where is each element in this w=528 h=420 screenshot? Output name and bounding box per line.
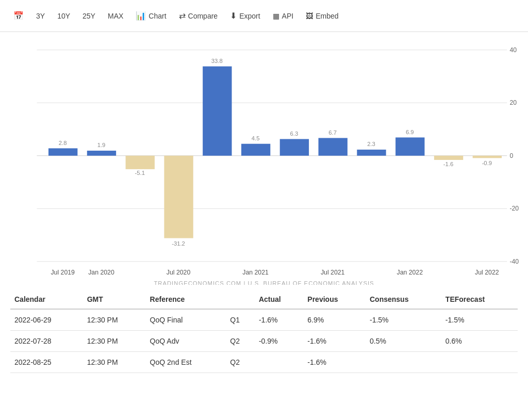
svg-text:Jan 2021: Jan 2021 bbox=[242, 269, 269, 276]
api-icon: ▦ bbox=[273, 12, 279, 20]
svg-text:0: 0 bbox=[509, 152, 513, 159]
table-cell-2-2: QoQ 2nd Est bbox=[146, 352, 226, 373]
table-cell-1-5: -1.6% bbox=[303, 331, 366, 352]
svg-text:33.8: 33.8 bbox=[211, 58, 223, 64]
svg-text:TRADINGECONOMICS.COM | U.S. BU: TRADINGECONOMICS.COM | U.S. BUREAU OF EC… bbox=[154, 280, 374, 285]
btn-embed[interactable]: 🖼 Embed bbox=[301, 9, 343, 23]
btn-10y-label: 10Y bbox=[57, 12, 70, 20]
svg-text:-0.9: -0.9 bbox=[482, 160, 492, 166]
bar-1 bbox=[48, 148, 77, 155]
table-cell-2-0: 2022-08-25 bbox=[10, 352, 83, 373]
svg-text:-31.2: -31.2 bbox=[172, 240, 185, 247]
btn-10y[interactable]: 10Y bbox=[52, 9, 75, 23]
bar-7 bbox=[280, 139, 309, 155]
btn-max[interactable]: MAX bbox=[103, 9, 128, 23]
svg-text:Jul 2021: Jul 2021 bbox=[321, 269, 345, 276]
bar-5 bbox=[203, 67, 232, 156]
table-cell-1-6: 0.5% bbox=[366, 331, 441, 352]
btn-api-label: API bbox=[282, 12, 294, 20]
btn-embed-label: Embed bbox=[316, 12, 338, 20]
btn-export[interactable]: ⬇ Export bbox=[225, 8, 265, 24]
table-cell-2-1: 12:30 PM bbox=[83, 352, 146, 373]
table-cell-0-5: 6.9% bbox=[303, 309, 366, 331]
btn-compare-label: Compare bbox=[188, 12, 218, 20]
bar-2 bbox=[87, 151, 116, 156]
calendar-button[interactable]: 📅 bbox=[8, 8, 29, 24]
svg-text:20: 20 bbox=[509, 99, 517, 106]
col-reference: Reference bbox=[146, 290, 226, 309]
svg-text:Jan 2020: Jan 2020 bbox=[88, 269, 114, 276]
svg-text:40: 40 bbox=[509, 46, 517, 54]
btn-25y[interactable]: 25Y bbox=[77, 9, 101, 23]
table-cell-0-4: -1.6% bbox=[255, 309, 303, 331]
table-cell-1-0: 2022-07-28 bbox=[10, 331, 83, 352]
table-header-row: Calendar GMT Reference Actual Previous C… bbox=[10, 290, 518, 309]
svg-text:-1.6: -1.6 bbox=[443, 161, 453, 167]
table-cell-0-1: 12:30 PM bbox=[83, 309, 146, 331]
svg-text:Jan 2022: Jan 2022 bbox=[397, 269, 423, 276]
bar-11 bbox=[434, 156, 463, 160]
table-container: Calendar GMT Reference Actual Previous C… bbox=[0, 285, 528, 383]
chart-icon: 📊 bbox=[136, 11, 146, 21]
btn-compare[interactable]: ⇄ Compare bbox=[174, 8, 223, 24]
table-row: 2022-08-2512:30 PMQoQ 2nd EstQ2-1.6% bbox=[10, 352, 518, 373]
svg-text:-5.1: -5.1 bbox=[135, 170, 145, 176]
btn-25y-label: 25Y bbox=[82, 12, 95, 20]
svg-text:Jul 2019: Jul 2019 bbox=[51, 269, 75, 276]
table-cell-1-7: 0.6% bbox=[441, 331, 518, 352]
table-row: 2022-06-2912:30 PMQoQ FinalQ1-1.6%6.9%-1… bbox=[10, 309, 518, 331]
btn-api[interactable]: ▦ API bbox=[268, 9, 299, 23]
svg-text:Jul 2020: Jul 2020 bbox=[167, 269, 191, 276]
col-actual: Actual bbox=[255, 290, 303, 309]
table-cell-0-7: -1.5% bbox=[441, 309, 518, 331]
svg-text:Jul 2022: Jul 2022 bbox=[475, 269, 499, 276]
bar-8 bbox=[319, 138, 348, 155]
export-icon: ⬇ bbox=[230, 11, 237, 21]
table-cell-2-5: -1.6% bbox=[303, 352, 366, 373]
svg-text:2.8: 2.8 bbox=[59, 140, 67, 146]
col-consensus: Consensus bbox=[366, 290, 441, 309]
table-cell-2-3: Q2 bbox=[226, 352, 255, 373]
toolbar: 📅 3Y 10Y 25Y MAX 📊 Chart ⇄ Compare ⬇ Exp… bbox=[0, 0, 528, 32]
col-gmt: GMT bbox=[83, 290, 146, 309]
svg-text:6.7: 6.7 bbox=[328, 130, 337, 136]
table-cell-1-1: 12:30 PM bbox=[83, 331, 146, 352]
col-teforecast: TEForecast bbox=[441, 290, 518, 309]
table-cell-1-2: QoQ Adv bbox=[146, 331, 226, 352]
table-row: 2022-07-2812:30 PMQoQ AdvQ2-0.9%-1.6%0.5… bbox=[10, 331, 518, 352]
bar-12 bbox=[473, 156, 502, 158]
bar-4 bbox=[164, 156, 193, 238]
table-body: 2022-06-2912:30 PMQoQ FinalQ1-1.6%6.9%-1… bbox=[10, 309, 518, 373]
svg-text:4.5: 4.5 bbox=[252, 135, 260, 141]
table-cell-2-7 bbox=[441, 352, 518, 373]
table-cell-1-4: -0.9% bbox=[255, 331, 303, 352]
btn-3y[interactable]: 3Y bbox=[31, 9, 50, 23]
compare-icon: ⇄ bbox=[179, 11, 186, 21]
table-cell-2-4 bbox=[255, 352, 303, 373]
calendar-icon: 📅 bbox=[13, 11, 24, 21]
table-cell-0-6: -1.5% bbox=[366, 309, 441, 331]
chart-svg: 40 20 0 -20 -40 2.8 1.9 -5.1 -31.2 33.8 … bbox=[5, 37, 523, 285]
svg-text:-40: -40 bbox=[509, 258, 519, 265]
embed-icon: 🖼 bbox=[306, 12, 313, 20]
chart-container: 40 20 0 -20 -40 2.8 1.9 -5.1 -31.2 33.8 … bbox=[0, 32, 528, 285]
col-previous: Previous bbox=[303, 290, 366, 309]
table-cell-0-0: 2022-06-29 bbox=[10, 309, 83, 331]
btn-max-label: MAX bbox=[108, 12, 123, 20]
btn-export-label: Export bbox=[239, 12, 260, 20]
btn-chart-label: Chart bbox=[148, 12, 166, 20]
bar-6 bbox=[241, 144, 270, 156]
btn-3y-label: 3Y bbox=[36, 12, 45, 20]
table-cell-1-3: Q2 bbox=[226, 331, 255, 352]
table-cell-2-6 bbox=[366, 352, 441, 373]
table-cell-0-3: Q1 bbox=[226, 309, 255, 331]
svg-text:6.9: 6.9 bbox=[406, 129, 414, 135]
table-cell-0-2: QoQ Final bbox=[146, 309, 226, 331]
col-calendar: Calendar bbox=[10, 290, 83, 309]
svg-text:2.3: 2.3 bbox=[367, 141, 375, 147]
svg-text:-20: -20 bbox=[509, 205, 519, 212]
col-period bbox=[226, 290, 255, 309]
bar-3 bbox=[126, 156, 155, 169]
btn-chart[interactable]: 📊 Chart bbox=[130, 8, 171, 24]
svg-text:6.3: 6.3 bbox=[290, 131, 299, 137]
